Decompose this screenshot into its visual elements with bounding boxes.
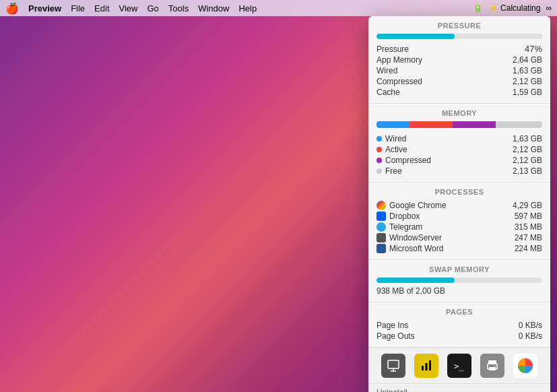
memory-bar-container <box>376 121 542 128</box>
pressure-bar-container <box>376 34 542 39</box>
memory-title: MEMORY <box>376 109 542 117</box>
compressed-pressure-value: 2,12 GB <box>513 77 542 86</box>
page-ins-value: 0 KB/s <box>519 321 542 330</box>
swap-bar-fill <box>376 277 455 283</box>
svg-rect-0 <box>388 360 399 368</box>
swap-section: SWAP MEMORY 938 MB of 2,00 GB <box>368 260 550 302</box>
menu-file[interactable]: File <box>71 3 85 13</box>
word-label-container: Microsoft Word <box>376 244 443 253</box>
pressure-title: PRESSURE <box>376 22 542 30</box>
pressure-row: Pressure 47% <box>376 43 542 55</box>
page-outs-row: Page Outs 0 KB/s <box>376 331 542 341</box>
swap-label-row: 938 MB of 2,00 GB <box>376 286 542 296</box>
uninstall-bar: Uninstall... <box>368 383 550 392</box>
apple-menu[interactable]: 🍎 <box>5 2 19 15</box>
free-row: Free 2,13 GB <box>376 166 542 176</box>
free-label: Free <box>385 166 402 176</box>
chrome-row: Google Chrome 4,29 GB <box>376 200 542 211</box>
dropbox-value: 597 MB <box>515 211 542 221</box>
toolbar-icon-monitor[interactable] <box>381 354 405 378</box>
pressure-bar-fill <box>376 34 455 39</box>
wired-label: Wired <box>385 134 406 143</box>
active-row: Active 2,12 GB <box>376 144 542 155</box>
telegram-row: Telegram 315 MB <box>376 222 542 232</box>
menubar: 🍎 Preview File Edit View Go Tools Window… <box>0 0 557 16</box>
menu-window[interactable]: Window <box>198 3 229 13</box>
windowserver-label-container: WindowServer <box>376 233 442 242</box>
page-ins-label: Page Ins <box>376 321 408 330</box>
swap-bar-container <box>376 277 542 283</box>
chrome-label: Google Chrome <box>389 201 447 210</box>
popup-toolbar: >_ <box>368 348 550 383</box>
dropbox-icon <box>376 211 386 221</box>
compressed-value: 2,12 GB <box>513 156 542 165</box>
chrome-icon <box>376 201 386 210</box>
word-label: Microsoft Word <box>389 244 443 253</box>
wired-pressure-label: Wired <box>376 66 397 75</box>
free-value: 2,13 GB <box>513 166 542 176</box>
svg-rect-3 <box>422 366 424 370</box>
menubar-right: 🔋 ⚡ Calculating ∞ <box>473 3 552 13</box>
toolbar-icon-pie[interactable] <box>513 354 537 378</box>
menu-edit[interactable]: Edit <box>94 3 109 13</box>
menu-view[interactable]: View <box>119 3 138 13</box>
svg-rect-5 <box>429 360 431 370</box>
dropbox-label: Dropbox <box>389 211 420 221</box>
pressure-section: PRESSURE Pressure 47% App Memory 2,64 GB… <box>368 16 550 104</box>
menu-help[interactable]: Help <box>238 3 257 13</box>
pages-title: PAGES <box>376 308 542 316</box>
active-value: 2,12 GB <box>513 145 542 154</box>
battery-icon: 🔋 <box>473 3 483 13</box>
active-label-container: Active <box>376 145 407 154</box>
page-outs-label: Page Outs <box>376 331 415 341</box>
wired-value: 1,63 GB <box>513 134 542 143</box>
memory-popup: PRESSURE Pressure 47% App Memory 2,64 GB… <box>368 16 550 392</box>
infinity-icon: ∞ <box>546 3 552 13</box>
pressure-label: Pressure <box>376 44 409 54</box>
windowserver-row: WindowServer 247 MB <box>376 232 542 243</box>
app-name[interactable]: Preview <box>28 3 61 13</box>
toolbar-icon-terminal[interactable]: >_ <box>447 354 471 378</box>
menubar-left: 🍎 Preview File Edit View Go Tools Window… <box>5 2 257 15</box>
compressed-label-container: Compressed <box>376 156 431 165</box>
telegram-icon <box>376 222 386 232</box>
pages-section: PAGES Page Ins 0 KB/s Page Outs 0 KB/s <box>368 302 550 348</box>
active-dot <box>376 147 382 152</box>
menu-go[interactable]: Go <box>147 3 158 13</box>
page-outs-value: 0 KB/s <box>519 331 542 341</box>
app-memory-row: App Memory 2,64 GB <box>376 55 542 65</box>
svg-rect-9 <box>489 367 496 370</box>
telegram-value: 315 MB <box>515 222 542 232</box>
free-label-container: Free <box>376 166 402 176</box>
uninstall-label[interactable]: Uninstall... <box>376 388 414 392</box>
app-memory-label: App Memory <box>376 55 422 65</box>
free-dot <box>376 168 382 174</box>
battery-status: ⚡ Calculating <box>488 3 541 13</box>
toolbar-icon-stats[interactable] <box>414 354 438 378</box>
compressed-row: Compressed 2,12 GB <box>376 155 542 166</box>
compressed-pressure-label: Compressed <box>376 77 422 86</box>
wired-row: Wired 1,63 GB <box>376 133 542 144</box>
compressed-label: Compressed <box>385 156 431 165</box>
memory-section: MEMORY Wired 1,63 GB Active 2,12 GB Com <box>368 104 550 183</box>
active-label: Active <box>385 145 407 154</box>
chrome-label-container: Google Chrome <box>376 201 447 210</box>
processes-title: PROCESSES <box>376 188 542 196</box>
app-memory-value: 2,64 GB <box>513 55 542 65</box>
wired-dot <box>376 136 382 141</box>
toolbar-icon-printer[interactable] <box>480 354 504 378</box>
compressed-pressure-row: Compressed 2,12 GB <box>376 76 542 87</box>
windowserver-label: WindowServer <box>389 233 442 242</box>
telegram-label: Telegram <box>389 222 422 232</box>
word-icon <box>376 244 386 253</box>
svg-text:>_: >_ <box>454 362 464 371</box>
memory-bar-free <box>496 121 542 128</box>
cache-pressure-value: 1,59 GB <box>513 88 542 97</box>
dropbox-row: Dropbox 597 MB <box>376 211 542 222</box>
pressure-value: 47% <box>525 44 542 54</box>
word-row: Microsoft Word 224 MB <box>376 243 542 254</box>
wired-pressure-row: Wired 1,63 GB <box>376 65 542 76</box>
menu-tools[interactable]: Tools <box>168 3 189 13</box>
svg-point-10 <box>494 366 496 367</box>
memory-bar-wired <box>376 121 409 128</box>
